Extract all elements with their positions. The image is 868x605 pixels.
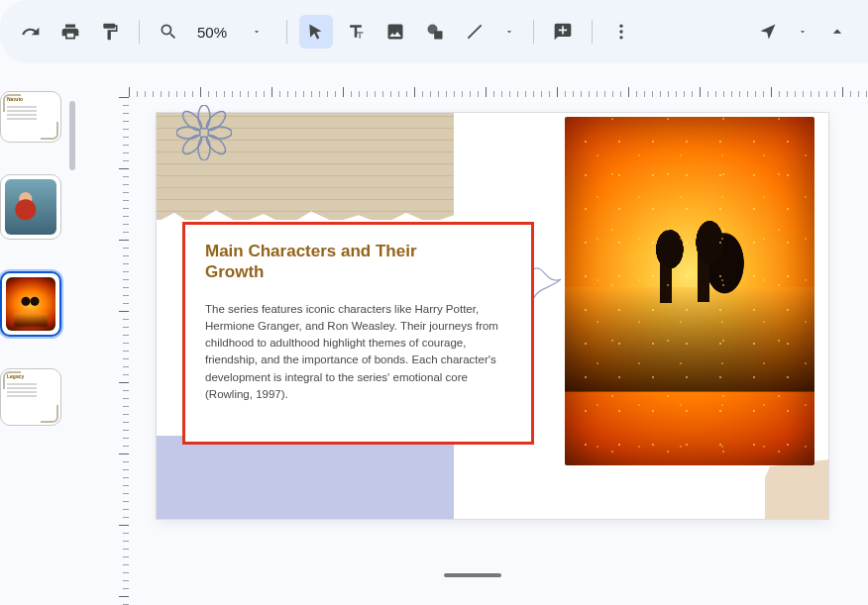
magnifier-icon: [159, 22, 178, 42]
slide[interactable]: Main Characters and Their Growth The ser…: [157, 113, 828, 519]
paint-format-button[interactable]: [93, 15, 127, 49]
zoom-tool-button[interactable]: [152, 15, 185, 49]
svg-point-6: [198, 137, 210, 160]
vertical-ruler: [115, 97, 129, 605]
toolbar-separator: [139, 20, 140, 44]
pointer-mode-chevron-icon[interactable]: [791, 20, 814, 44]
chevron-down-icon: [245, 20, 269, 44]
shape-icon: [425, 22, 445, 42]
paint-roller-icon: [100, 22, 120, 42]
selected-textbox-highlight[interactable]: Main Characters and Their Growth The ser…: [182, 222, 534, 445]
svg-point-9: [179, 108, 204, 133]
decor-speech-tail: [531, 261, 571, 301]
more-button[interactable]: [604, 15, 638, 49]
redo-icon: [21, 22, 41, 42]
line-icon: [465, 22, 485, 42]
svg-point-11: [203, 108, 228, 133]
decor-corner-patch: [765, 459, 828, 519]
comment-button[interactable]: [546, 15, 580, 49]
textbox-tool-button[interactable]: [339, 15, 373, 49]
decor-flower-icon: [176, 105, 232, 160]
svg-point-12: [179, 132, 204, 156]
svg-point-10: [203, 132, 228, 156]
thumbnail-image: [6, 277, 55, 331]
shape-tool-button[interactable]: [418, 15, 452, 49]
workspace: Naruto Legacy: [0, 63, 868, 605]
toolbar-separator: [286, 20, 287, 44]
comment-add-icon: [553, 22, 573, 42]
line-tool-chevron-icon[interactable]: [497, 20, 521, 44]
slide-hero-image[interactable]: [565, 117, 814, 465]
more-vert-icon: [611, 22, 631, 42]
slide-body-text[interactable]: The series features iconic characters li…: [205, 301, 511, 404]
slide-thumbnail[interactable]: Legacy: [0, 368, 61, 426]
speaker-notes-handle[interactable]: [444, 573, 501, 577]
location-arrow-icon: [758, 22, 778, 42]
slide-thumbnail[interactable]: Naruto: [0, 91, 61, 143]
horizontal-ruler: [129, 83, 868, 97]
svg-point-7: [176, 127, 200, 139]
svg-point-2: [619, 25, 622, 28]
image-icon: [385, 22, 405, 42]
svg-point-8: [208, 127, 232, 139]
decor-lilac-block: [157, 436, 454, 519]
thumbnail-title: Legacy: [7, 373, 24, 379]
toolbar: 50%: [0, 0, 868, 63]
toolbar-separator: [592, 20, 593, 44]
line-tool-button[interactable]: [458, 15, 491, 49]
toolbar-separator: [533, 20, 534, 44]
svg-rect-1: [434, 31, 442, 39]
pointer-mode-button[interactable]: [751, 15, 785, 49]
redo-button[interactable]: [14, 15, 48, 49]
svg-point-5: [198, 105, 210, 129]
print-icon: [60, 22, 80, 42]
slide-thumbnail[interactable]: [0, 174, 61, 240]
slide-title[interactable]: Main Characters and Their Growth: [205, 241, 423, 283]
print-button[interactable]: [54, 15, 87, 49]
image-tool-button[interactable]: [379, 15, 412, 49]
chevron-up-icon: [827, 22, 847, 42]
svg-point-3: [619, 30, 622, 33]
svg-point-4: [619, 36, 622, 39]
thumbnail-image: [5, 179, 56, 235]
textbox-icon: [346, 22, 366, 42]
collapse-toolbar-button[interactable]: [820, 15, 854, 49]
thumbnail-panel: Naruto Legacy: [0, 63, 77, 605]
zoom-value: 50%: [197, 24, 239, 41]
thumbnail-title: Naruto: [7, 96, 23, 102]
select-tool-button[interactable]: [299, 15, 333, 49]
zoom-dropdown[interactable]: 50%: [191, 16, 274, 48]
canvas-area: Main Characters and Their Growth The ser…: [77, 63, 868, 605]
cursor-icon: [306, 22, 326, 42]
slide-thumbnail-selected[interactable]: [0, 271, 61, 337]
thumbnail-scrollbar[interactable]: [69, 101, 75, 170]
